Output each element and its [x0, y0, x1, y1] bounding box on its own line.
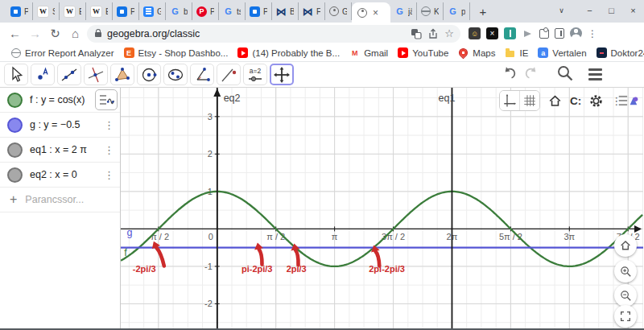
- svg-text:-2pi/3: -2pi/3: [133, 264, 156, 274]
- bookmark-item[interactable]: (14) Probably the B...: [233, 47, 345, 58]
- translate-icon[interactable]: [411, 28, 422, 39]
- browser-tab[interactable]: bry: [166, 2, 192, 20]
- browser-menu-icon[interactable]: ⋮: [588, 28, 597, 39]
- move-tool-button[interactable]: [4, 64, 28, 85]
- profile-avatar[interactable]: [570, 27, 582, 39]
- algebra-expression[interactable]: f : y = cos(x): [30, 94, 85, 105]
- algebra-expression[interactable]: g : y = −0.5: [30, 119, 80, 130]
- perpendicular-line-tool-button[interactable]: [84, 64, 108, 85]
- plot-canvas[interactable]: -π / 20π / 2π3π / 22π5π / 23π7π / 2321-1…: [121, 88, 643, 330]
- maximize-button[interactable]: □: [601, 6, 622, 15]
- algebra-row-f[interactable]: f : y = cos(x): [0, 88, 120, 113]
- minimize-button[interactable]: −: [579, 6, 601, 15]
- input-placeholder[interactable]: Parancssor...: [25, 194, 84, 205]
- redo-button[interactable]: [522, 64, 540, 85]
- browser-tab[interactable]: Fö: [299, 2, 325, 20]
- point-tool-button[interactable]: [31, 64, 55, 85]
- circle-with-center-tool-button[interactable]: [137, 64, 161, 85]
- extensions-puzzle-icon[interactable]: [539, 29, 549, 39]
- forward-button[interactable]: →: [25, 27, 45, 40]
- visibility-marble[interactable]: [7, 142, 23, 158]
- teal-extension-icon[interactable]: [504, 27, 516, 39]
- url-text[interactable]: geogebra.org/classic: [107, 28, 200, 39]
- back-button[interactable]: ←: [5, 27, 25, 40]
- polygon-tool-button[interactable]: [110, 64, 134, 85]
- browser-tab[interactable]: Bil: [272, 2, 299, 20]
- angle-icon: [192, 65, 212, 85]
- algebra-row-g[interactable]: g : y = −0.5 ⋮: [0, 113, 120, 138]
- browser-tab[interactable]: Eul: [60, 2, 86, 20]
- browser-tab[interactable]: Go: [139, 2, 166, 20]
- send-extension-icon[interactable]: [522, 27, 534, 39]
- browser-tab[interactable]: Pin: [192, 2, 219, 20]
- tab-close-icon[interactable]: ×: [373, 7, 378, 19]
- browser-tab[interactable]: tsk: [219, 2, 246, 20]
- emoji-extension-icon[interactable]: [469, 27, 481, 39]
- browser-tab[interactable]: jän: [390, 2, 417, 20]
- visibility-marble[interactable]: [7, 118, 23, 133]
- row-menu-icon[interactable]: ⋮: [104, 120, 114, 130]
- search-button[interactable]: [555, 64, 575, 86]
- address-bar[interactable]: geogebra.org/classic ☆: [87, 25, 460, 43]
- browser-tab[interactable]: Pul: [113, 2, 139, 20]
- row-options-button[interactable]: [95, 89, 118, 110]
- sidepanel-icon[interactable]: [555, 28, 564, 39]
- algebra-row-eq1[interactable]: eq1 : x = 2 π ⋮: [0, 138, 120, 163]
- new-tab-button[interactable]: +: [473, 2, 493, 21]
- reload-button[interactable]: ↻: [45, 27, 65, 41]
- share-icon[interactable]: [427, 28, 439, 39]
- slider-tool-button[interactable]: a=2: [243, 64, 267, 85]
- move-graphics-view-tool-button[interactable]: [270, 64, 294, 85]
- toggle-axes-button[interactable]: [500, 91, 520, 110]
- visibility-marble[interactable]: [7, 167, 23, 183]
- line-and-point-tool-button[interactable]: [217, 64, 241, 85]
- close-window-button[interactable]: ×: [622, 6, 644, 15]
- standard-view-home-button[interactable]: [547, 93, 563, 109]
- bookmark-item[interactable]: IE: [500, 47, 533, 58]
- bookmark-item[interactable]: Gmail: [345, 47, 393, 58]
- toggle-algebra-panel-button[interactable]: [617, 93, 638, 109]
- line-tool-button[interactable]: [57, 64, 81, 85]
- bookmark-item[interactable]: Etsy - Shop Dashbo...: [119, 47, 233, 58]
- algebra-input-row[interactable]: + Parancssor...: [0, 188, 120, 212]
- zoom-out-button[interactable]: [614, 284, 637, 307]
- row-menu-icon[interactable]: ⋮: [104, 145, 114, 155]
- graphics-view[interactable]: -π / 20π / 2π3π / 22π5π / 23π7π / 2321-1…: [121, 88, 644, 330]
- add-expression-icon[interactable]: +: [10, 192, 17, 207]
- algebra-expression[interactable]: eq2 : x = 0: [30, 169, 77, 180]
- row-menu-icon[interactable]: ⋮: [104, 170, 114, 180]
- toggle-grid-button[interactable]: [520, 91, 539, 110]
- algebra-expression[interactable]: eq1 : x = 2 π: [30, 144, 87, 155]
- point-capturing-button[interactable]: C:: [570, 95, 581, 107]
- home-button[interactable]: ⌂: [65, 27, 85, 40]
- x-extension-icon[interactable]: [486, 27, 498, 39]
- browser-tab[interactable]: Ge: [325, 2, 352, 20]
- visibility-marble[interactable]: [7, 93, 23, 108]
- active-tab-geogebra[interactable]: ×: [352, 2, 390, 23]
- bookmark-item[interactable]: Maps: [453, 47, 500, 58]
- standard-view-floating-button[interactable]: [614, 234, 637, 257]
- browser-tab[interactable]: Pul: [6, 2, 33, 20]
- fullscreen-button[interactable]: [614, 305, 637, 328]
- settings-button[interactable]: [588, 93, 604, 109]
- bookmark-item[interactable]: Error Report Analyzer: [6, 48, 119, 58]
- browser-tab[interactable]: Su: [33, 2, 60, 20]
- zoom-in-button[interactable]: [614, 260, 637, 283]
- google-favicon-icon: [170, 6, 180, 17]
- maps-pin-icon: [458, 47, 469, 58]
- conic-tool-button[interactable]: [163, 64, 188, 85]
- bookmark-item[interactable]: Doktor24: [592, 47, 644, 58]
- bookmark-item[interactable]: Vertalen: [533, 47, 591, 58]
- bookmark-item[interactable]: YouTube: [393, 47, 453, 58]
- bookmark-star-icon[interactable]: ☆: [444, 27, 454, 39]
- algebra-row-eq2[interactable]: eq2 : x = 0 ⋮: [0, 163, 120, 188]
- polygon-icon: [113, 65, 132, 85]
- browser-tab[interactable]: pu: [444, 2, 470, 20]
- angle-tool-button[interactable]: [190, 64, 214, 85]
- main-menu-icon[interactable]: [588, 68, 602, 80]
- browser-tab[interactable]: Ke: [417, 2, 444, 20]
- undo-button[interactable]: [501, 64, 518, 85]
- tab-search-icon[interactable]: ∨: [551, 6, 572, 14]
- browser-tab[interactable]: Eul: [86, 2, 113, 20]
- browser-tab[interactable]: Pul: [246, 2, 272, 20]
